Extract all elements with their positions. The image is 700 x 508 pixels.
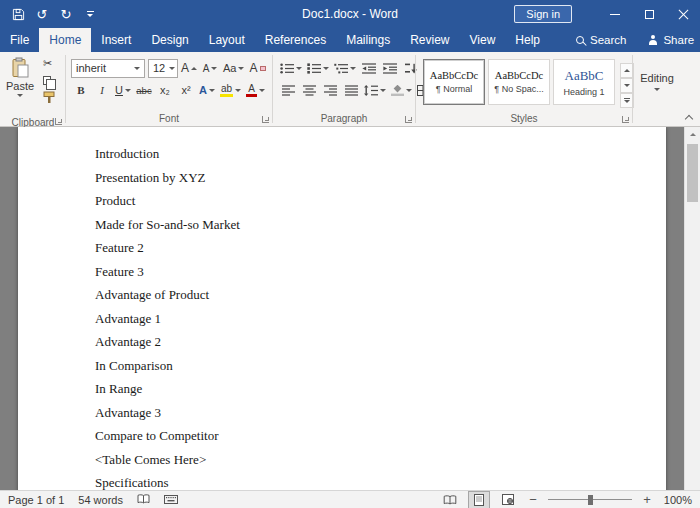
document-line[interactable]: Advantage 2: [95, 335, 626, 349]
clipboard-dialog-launcher[interactable]: [55, 118, 62, 125]
read-mode-button[interactable]: [440, 492, 460, 508]
zoom-level[interactable]: 100%: [662, 494, 692, 506]
redo-button[interactable]: ↻: [54, 0, 78, 28]
change-case-icon: Aa: [223, 62, 236, 74]
document-page[interactable]: Introduction Presentation by XYZ Product…: [18, 127, 666, 490]
style-name: Heading 1: [563, 87, 604, 97]
tab-review[interactable]: Review: [400, 28, 459, 52]
document-line[interactable]: Made for So-and-so Market: [95, 218, 626, 232]
up-arrow-icon: [191, 67, 197, 70]
collapse-ribbon-button[interactable]: [685, 114, 692, 121]
font-dialog-launcher[interactable]: [262, 116, 269, 123]
format-painter-button[interactable]: [41, 89, 61, 106]
numbering-button[interactable]: [305, 58, 331, 78]
document-line[interactable]: Advantage 3: [95, 406, 626, 420]
save-button[interactable]: [6, 0, 30, 28]
subscript-button[interactable]: x₂: [155, 80, 175, 100]
tab-insert[interactable]: Insert: [91, 28, 141, 52]
style-heading-1[interactable]: AaBbC Heading 1: [553, 59, 615, 105]
shrink-font-button[interactable]: A: [200, 58, 220, 78]
align-right-button[interactable]: [320, 80, 340, 100]
underline-button[interactable]: U: [113, 80, 133, 100]
tab-mailings[interactable]: Mailings: [336, 28, 400, 52]
undo-button[interactable]: ↺: [30, 0, 54, 28]
document-line[interactable]: In Comparison: [95, 359, 626, 373]
grow-font-button[interactable]: A: [179, 58, 199, 78]
decrease-indent-button[interactable]: [359, 58, 379, 78]
strikethrough-button[interactable]: abc: [134, 80, 154, 100]
document-line[interactable]: Presentation by XYZ: [95, 171, 626, 185]
shading-button[interactable]: [389, 80, 414, 100]
style-no-spacing[interactable]: AaBbCcDc ¶ No Spac...: [488, 59, 550, 105]
increase-indent-button[interactable]: [380, 58, 400, 78]
sign-in-button[interactable]: Sign in: [514, 5, 572, 23]
document-line[interactable]: Specifications: [95, 476, 626, 490]
tab-file[interactable]: File: [0, 28, 39, 52]
change-case-button[interactable]: Aa: [221, 58, 246, 78]
document-line[interactable]: Introduction: [95, 147, 626, 161]
minimize-button[interactable]: [598, 0, 632, 28]
web-layout-button[interactable]: [498, 492, 518, 508]
clear-formatting-button[interactable]: A: [247, 58, 267, 78]
close-button[interactable]: [666, 0, 700, 28]
chevron-down-icon: [134, 67, 140, 70]
down-arrow-icon: [624, 100, 630, 103]
tab-home[interactable]: Home: [39, 28, 91, 52]
styles-dialog-launcher[interactable]: [622, 116, 629, 123]
share-button[interactable]: Share: [636, 28, 700, 52]
justify-button[interactable]: [341, 80, 361, 100]
print-layout-button[interactable]: [469, 492, 489, 508]
search-button[interactable]: Search: [566, 28, 636, 52]
style-normal[interactable]: AaBbCcDc ¶ Normal: [423, 59, 485, 105]
document-area: Introduction Presentation by XYZ Product…: [0, 127, 700, 490]
scroll-up-button[interactable]: [685, 127, 700, 142]
multilevel-list-button[interactable]: [332, 58, 358, 78]
document-line[interactable]: Feature 3: [95, 265, 626, 279]
italic-button[interactable]: I: [92, 80, 112, 100]
tab-layout[interactable]: Layout: [199, 28, 255, 52]
zoom-in-button[interactable]: +: [641, 492, 653, 507]
zoom-slider[interactable]: [548, 494, 632, 506]
editing-group-button[interactable]: Editing: [634, 52, 680, 110]
align-left-button[interactable]: [278, 80, 298, 100]
superscript-button[interactable]: x²: [176, 80, 196, 100]
keyboard-button[interactable]: [164, 494, 178, 506]
paragraph-dialog-launcher[interactable]: [405, 116, 412, 123]
document-line[interactable]: Product: [95, 194, 626, 208]
paste-button[interactable]: Paste: [2, 55, 38, 117]
tab-help[interactable]: Help: [505, 28, 550, 52]
document-line[interactable]: Feature 2: [95, 241, 626, 255]
tab-references[interactable]: References: [255, 28, 336, 52]
page-indicator[interactable]: Page 1 of 1: [8, 494, 64, 506]
maximize-icon: [645, 10, 654, 19]
tab-view[interactable]: View: [460, 28, 506, 52]
bullets-button[interactable]: [278, 58, 304, 78]
vertical-scrollbar[interactable]: [684, 127, 700, 490]
align-center-button[interactable]: [299, 80, 319, 100]
maximize-button[interactable]: [632, 0, 666, 28]
bold-button[interactable]: B: [71, 80, 91, 100]
search-label: Search: [590, 34, 626, 46]
font-color-button[interactable]: A: [244, 80, 267, 100]
tab-design[interactable]: Design: [141, 28, 198, 52]
cut-button[interactable]: ✂: [41, 55, 61, 72]
document-line[interactable]: <Table Comes Here>: [95, 453, 626, 467]
word-count[interactable]: 54 words: [78, 494, 123, 506]
document-line[interactable]: Advantage 1: [95, 312, 626, 326]
text-effects-button[interactable]: A: [197, 80, 217, 100]
line-spacing-button[interactable]: [362, 80, 388, 100]
font-size-select[interactable]: 12: [148, 59, 178, 78]
scrollbar-thumb[interactable]: [687, 144, 698, 202]
document-line[interactable]: Advantage of Product: [95, 288, 626, 302]
proofing-button[interactable]: [137, 494, 150, 506]
zoom-slider-thumb[interactable]: [588, 495, 593, 505]
text-highlight-color-button[interactable]: ab: [218, 80, 243, 100]
document-line[interactable]: In Range: [95, 382, 626, 396]
copy-button[interactable]: [41, 72, 61, 89]
customize-quick-access-toolbar-button[interactable]: [78, 0, 102, 28]
font-name-select[interactable]: inherit: [71, 59, 145, 78]
shading-icon: [391, 85, 404, 96]
zoom-out-button[interactable]: −: [527, 492, 539, 507]
chevron-down-icon: [235, 89, 241, 92]
document-line[interactable]: Compare to Competitor: [95, 429, 626, 443]
